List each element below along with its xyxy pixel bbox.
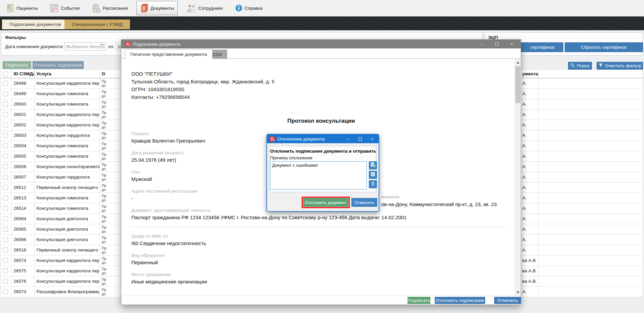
row-checkbox[interactable]: [3, 258, 8, 263]
close-icon[interactable]: ×: [509, 42, 514, 47]
row-checkbox-cell[interactable]: [1, 234, 11, 245]
row-checkbox-cell[interactable]: [1, 193, 11, 203]
row-checkbox-cell[interactable]: [1, 203, 11, 213]
row-checkbox[interactable]: [3, 237, 8, 242]
modal-titlebar[interactable]: C Подписание документа – ×: [121, 40, 521, 48]
row-checkbox-cell[interactable]: [1, 182, 11, 193]
row-service: Консультация кардиолога первичная: [34, 120, 99, 130]
row-checkbox[interactable]: [3, 206, 8, 211]
row-checkbox-cell[interactable]: [1, 276, 11, 286]
toolbar-item-schedules[interactable]: Расписания: [88, 2, 131, 15]
select-all-header[interactable]: [1, 70, 11, 78]
row-author-fragment: А.: [520, 286, 538, 297]
row-checkbox[interactable]: [3, 268, 8, 273]
row-checkbox[interactable]: [3, 289, 8, 294]
row-checkbox[interactable]: [3, 91, 8, 96]
row-empty-cell: [538, 130, 643, 141]
header-service: Услуга: [34, 70, 99, 78]
date-from-input[interactable]: Выберите дату: [65, 42, 106, 50]
templates-button[interactable]: [369, 171, 377, 179]
row-checkbox[interactable]: [3, 154, 8, 159]
button-label: Поиск: [577, 63, 589, 68]
decline-signing-button-modal[interactable]: Отклонить подписание: [435, 297, 485, 304]
row-checkbox-cell[interactable]: [1, 88, 11, 99]
row-service: Консультация кардиолога первичная: [34, 276, 99, 286]
row-checkbox-cell[interactable]: [1, 109, 11, 120]
row-checkbox-cell[interactable]: [1, 255, 11, 266]
row-semd-id: 26499: [11, 88, 34, 99]
clear-filter-button[interactable]: Очистить фильтр: [597, 62, 643, 70]
reason-textarea[interactable]: Документ с ошибками!: [270, 161, 367, 190]
row-checkbox[interactable]: [3, 216, 8, 221]
maximize-icon[interactable]: [358, 136, 362, 142]
row-checkbox[interactable]: [3, 122, 8, 127]
row-checkbox[interactable]: [3, 102, 8, 107]
decline-signing-button-main[interactable]: Отклонить подписание: [33, 61, 84, 69]
row-checkbox-cell[interactable]: [1, 213, 11, 224]
row-semd-id: 26500: [11, 99, 34, 109]
row-checkbox-cell[interactable]: [1, 151, 11, 161]
voice-input-button[interactable]: [369, 180, 377, 188]
toolbar-item-documents[interactable]: Документы: [136, 1, 178, 15]
search-button[interactable]: Поиск: [568, 62, 592, 70]
clear-filter-icon: [598, 63, 603, 68]
maximize-icon[interactable]: [495, 42, 499, 47]
select-all-checkbox[interactable]: [3, 72, 8, 77]
tab-sync-remd[interactable]: Синхронизация с РЭМД: [65, 19, 130, 29]
row-checkbox-cell[interactable]: [1, 245, 11, 255]
toolbar-item-employees[interactable]: Сотрудники: [183, 2, 226, 14]
cancel-button-modal[interactable]: Отменить: [494, 297, 521, 304]
calendar-small-icon[interactable]: [100, 44, 104, 49]
row-author-fragment: А.: [520, 234, 538, 245]
row-checkbox-cell[interactable]: [1, 130, 11, 141]
row-checkbox-cell[interactable]: [1, 99, 11, 109]
sign-button-modal[interactable]: Подписать: [407, 297, 430, 304]
add-template-button[interactable]: [369, 161, 377, 169]
row-checkbox[interactable]: [3, 164, 8, 169]
toolbar-label: Сотрудники: [198, 6, 223, 11]
row-checkbox-cell[interactable]: [1, 224, 11, 234]
scroll-down-icon[interactable]: [515, 289, 521, 296]
decline-document-button[interactable]: Отклонить документ: [303, 198, 348, 207]
minimize-icon[interactable]: –: [480, 42, 484, 47]
row-checkbox[interactable]: [3, 143, 8, 148]
row-author-fragment: А.: [520, 78, 538, 88]
row-checkbox-cell[interactable]: [1, 120, 11, 130]
row-checkbox[interactable]: [3, 227, 8, 232]
minimize-icon[interactable]: –: [346, 136, 350, 142]
row-checkbox[interactable]: [3, 81, 8, 86]
row-checkbox[interactable]: [3, 195, 8, 200]
toolbar-item-help[interactable]: Справка: [231, 2, 266, 14]
row-checkbox-cell[interactable]: [1, 266, 11, 276]
dialog-titlebar[interactable]: C Отклонение документа – ×: [267, 134, 379, 143]
scrollbar-thumb[interactable]: [515, 66, 520, 103]
row-checkbox-cell[interactable]: [1, 78, 11, 88]
row-checkbox[interactable]: [3, 133, 8, 138]
cancel-button-dialog[interactable]: Отменить: [351, 198, 377, 207]
row-checkbox[interactable]: [3, 247, 8, 252]
row-checkbox[interactable]: [3, 279, 8, 284]
row-checkbox[interactable]: [3, 174, 8, 180]
row-semd-id: 26501: [11, 109, 34, 120]
calendar-icon: [50, 4, 59, 12]
close-icon[interactable]: ×: [370, 136, 375, 142]
row-semd-id: 26512: [11, 182, 34, 193]
row-checkbox[interactable]: [3, 185, 8, 190]
row-service: Расшифровка Флюорограммы: [34, 286, 99, 297]
scroll-up-icon[interactable]: [515, 59, 521, 66]
row-checkbox-cell[interactable]: [1, 141, 11, 151]
sign-button-main[interactable]: Подписать: [3, 61, 31, 69]
row-checkbox[interactable]: [3, 112, 8, 117]
row-empty-cell: [538, 78, 643, 88]
row-checkbox-cell[interactable]: [1, 286, 11, 297]
row-empty-cell: [538, 161, 643, 172]
toolbar-item-events[interactable]: События: [46, 2, 83, 14]
row-checkbox-cell[interactable]: [1, 172, 11, 182]
reset-certificate-button[interactable]: Сбросить сертификат: [565, 42, 643, 52]
toolbar-label: Документы: [151, 6, 174, 11]
toolbar-item-patients[interactable]: Пациенты: [3, 2, 41, 14]
document-scrollbar[interactable]: [515, 59, 520, 296]
tab-signing-documents[interactable]: Подписание документов: [2, 19, 68, 29]
tab-print-view[interactable]: Печатное представление документа: [125, 49, 213, 59]
row-checkbox-cell[interactable]: [1, 161, 11, 172]
